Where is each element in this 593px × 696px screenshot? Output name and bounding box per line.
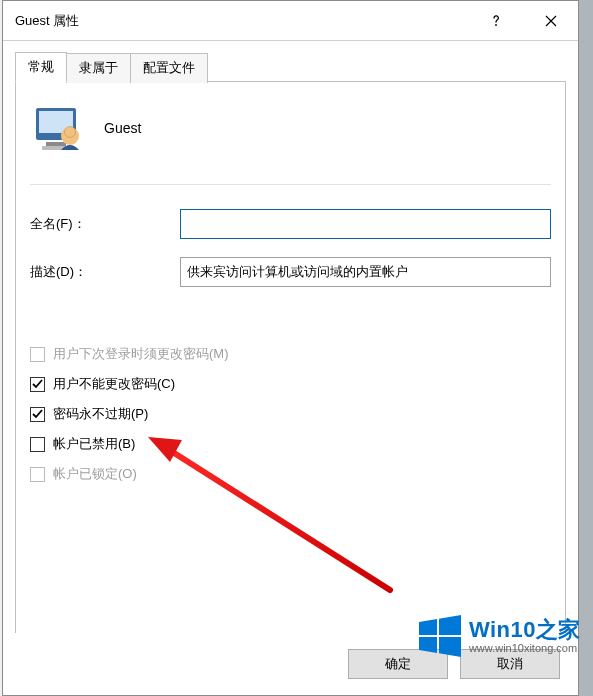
user-header: Guest xyxy=(30,102,551,154)
titlebar: Guest 属性 xyxy=(3,1,578,41)
help-icon xyxy=(489,14,503,28)
svg-point-6 xyxy=(65,127,76,138)
dialog-window: Guest 属性 常规 隶属于 配置文件 xyxy=(2,0,579,696)
check-must-change-label: 用户下次登录时须更改密码(M) xyxy=(53,345,229,363)
check-cannot-change-label: 用户不能更改密码(C) xyxy=(53,375,175,393)
user-icon xyxy=(32,102,84,154)
separator xyxy=(30,184,551,185)
check-account-locked: 帐户已锁定(O) xyxy=(30,465,551,483)
close-button[interactable] xyxy=(523,1,578,41)
description-label: 描述(D)： xyxy=(30,263,180,281)
close-icon xyxy=(545,15,557,27)
checkbox-account-disabled xyxy=(30,437,45,452)
watermark-url: www.win10xitong.com xyxy=(469,643,581,654)
row-description: 描述(D)： xyxy=(30,257,551,287)
check-never-expires-label: 密码永不过期(P) xyxy=(53,405,148,423)
check-account-disabled[interactable]: 帐户已禁用(B) xyxy=(30,435,551,453)
svg-marker-11 xyxy=(439,637,461,657)
check-cannot-change[interactable]: 用户不能更改密码(C) xyxy=(30,375,551,393)
svg-marker-8 xyxy=(419,619,437,635)
checkbox-account-locked xyxy=(30,467,45,482)
fullname-label: 全名(F)： xyxy=(30,215,180,233)
description-input[interactable] xyxy=(180,257,551,287)
client-area: 常规 隶属于 配置文件 Guest xyxy=(3,41,578,633)
window-title: Guest 属性 xyxy=(15,12,468,30)
watermark: Win10之家 www.win10xitong.com xyxy=(415,612,581,660)
fullname-input[interactable] xyxy=(180,209,551,239)
checkbox-never-expires xyxy=(30,407,45,422)
row-fullname: 全名(F)： xyxy=(30,209,551,239)
tab-page-general: Guest 全名(F)： 描述(D)： 用户下次登录时须更改密码(M) xyxy=(15,81,566,641)
watermark-text: Win10之家 www.win10xitong.com xyxy=(469,619,581,654)
check-never-expires[interactable]: 密码永不过期(P) xyxy=(30,405,551,423)
user-name: Guest xyxy=(104,120,141,136)
svg-marker-9 xyxy=(439,615,461,635)
svg-point-0 xyxy=(495,24,497,26)
tab-profile[interactable]: 配置文件 xyxy=(130,53,208,83)
tab-general[interactable]: 常规 xyxy=(15,52,67,82)
checkbox-must-change xyxy=(30,347,45,362)
help-button[interactable] xyxy=(468,1,523,41)
windows-logo-icon xyxy=(415,612,463,660)
checkbox-cannot-change xyxy=(30,377,45,392)
tab-strip: 常规 隶属于 配置文件 xyxy=(15,51,566,81)
svg-rect-3 xyxy=(46,142,66,146)
outer-right-edge xyxy=(579,0,593,696)
check-must-change: 用户下次登录时须更改密码(M) xyxy=(30,345,551,363)
tab-member-of[interactable]: 隶属于 xyxy=(66,53,131,83)
watermark-brand: Win10之家 xyxy=(469,619,581,641)
svg-marker-10 xyxy=(419,637,437,653)
check-account-locked-label: 帐户已锁定(O) xyxy=(53,465,137,483)
check-account-disabled-label: 帐户已禁用(B) xyxy=(53,435,135,453)
